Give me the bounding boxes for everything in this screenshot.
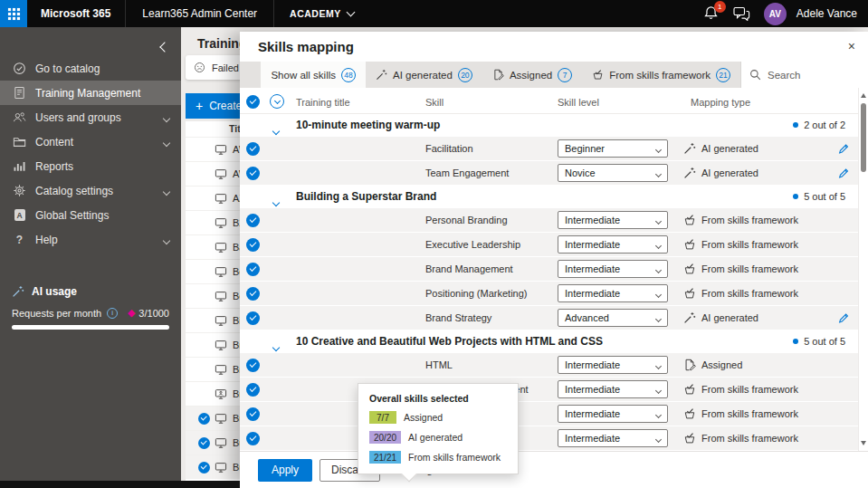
wand-icon xyxy=(376,69,387,81)
sidebar-item-reports[interactable]: Reports xyxy=(0,154,181,178)
row-checkbox-checked[interactable] xyxy=(246,407,260,421)
tab-from-skills-framework[interactable]: From skills framework 21 xyxy=(582,62,740,88)
filter-tab-bar: Show all skills 48 AI generated 20 Assig… xyxy=(240,62,868,88)
skill-level-value: Intermediate xyxy=(565,215,620,225)
brand-link[interactable]: Microsoft 365 xyxy=(41,7,110,20)
scrollbar[interactable] xyxy=(858,88,868,451)
row-checkbox-checked[interactable] xyxy=(246,167,260,180)
skill-level-dropdown[interactable]: Beginner xyxy=(558,139,668,158)
skill-level-dropdown[interactable]: Intermediate xyxy=(558,235,668,254)
row-checkbox-checked[interactable] xyxy=(198,437,210,449)
ai-usage-progress-bar xyxy=(12,325,169,330)
sidebar-item-help[interactable]: ? Help xyxy=(0,227,181,252)
monitor-icon xyxy=(215,167,227,180)
skill-level-dropdown[interactable]: Intermediate xyxy=(558,380,668,398)
tab-label: AI generated xyxy=(393,70,453,81)
monitor-icon xyxy=(215,265,227,278)
mapping-type: From skills framework xyxy=(683,233,798,256)
edit-skill-button[interactable] xyxy=(837,167,850,183)
tab-assigned[interactable]: Assigned 7 xyxy=(482,62,582,88)
collapse-group-icon[interactable] xyxy=(273,121,279,138)
chevron-down-icon[interactable] xyxy=(346,7,355,16)
admin-center-link[interactable]: Learn365 Admin Center xyxy=(142,7,257,20)
row-checkbox-checked[interactable] xyxy=(246,383,260,397)
mapping-type: From skills framework xyxy=(683,402,798,426)
chevron-down-icon xyxy=(656,384,661,395)
skill-row: Executive Leadership Intermediate From s… xyxy=(240,233,858,257)
skill-level-dropdown[interactable]: Intermediate xyxy=(558,211,668,229)
app-launcher-button[interactable] xyxy=(0,0,27,27)
skill-level-dropdown[interactable]: Advanced xyxy=(558,309,668,327)
collapse-all-icon[interactable] xyxy=(270,94,284,109)
edit-skill-button[interactable] xyxy=(837,142,850,158)
column-header-skill-level: Skill level xyxy=(558,97,599,108)
skill-level-dropdown[interactable]: Intermediate xyxy=(558,356,668,374)
skill-row: pment Intermediate From skills framework xyxy=(240,378,858,402)
skill-name: Executive Leadership xyxy=(425,239,520,250)
info-icon[interactable]: i xyxy=(107,308,118,319)
mapping-label: From skills framework xyxy=(701,433,798,444)
select-all-checkbox-checked[interactable] xyxy=(246,95,260,109)
sidebar-item-catalog-settings[interactable]: Catalog settings xyxy=(0,178,181,203)
sad-face-icon xyxy=(194,62,205,73)
skill-name: Facilitation xyxy=(425,143,473,154)
skill-level-dropdown[interactable]: Intermediate xyxy=(558,405,668,423)
chevron-down-icon xyxy=(656,263,661,274)
search-box xyxy=(740,62,868,88)
sidebar-item-training-management[interactable]: Training Management xyxy=(0,81,181,105)
skill-level-value: Intermediate xyxy=(565,239,620,250)
top-app-bar: Microsoft 365 Learn365 Admin Center ACAD… xyxy=(0,0,868,27)
sidebar-item-label: Content xyxy=(35,136,73,148)
close-icon[interactable]: × xyxy=(848,38,855,54)
chevron-down-icon xyxy=(656,167,661,178)
mapping-label: From skills framework xyxy=(701,263,798,274)
row-checkbox-checked[interactable] xyxy=(198,462,210,474)
sidebar-item-go-to-catalog[interactable]: Go to catalog xyxy=(0,56,181,81)
collapse-sidebar-button[interactable] xyxy=(161,38,168,54)
divider xyxy=(125,0,126,27)
monitor-icon xyxy=(215,241,227,254)
collapse-group-icon[interactable] xyxy=(273,338,279,354)
skill-level-dropdown[interactable]: Intermediate xyxy=(558,284,668,302)
row-checkbox-checked[interactable] xyxy=(246,359,260,372)
tab-show-all-skills[interactable]: Show all skills 48 xyxy=(261,62,366,88)
row-checkbox-checked[interactable] xyxy=(246,238,260,252)
skill-level-dropdown[interactable]: Intermediate xyxy=(558,260,668,278)
row-checkbox-checked[interactable] xyxy=(246,287,260,301)
sidebar-item-global-settings[interactable]: A Global Settings xyxy=(0,203,181,227)
collapse-group-icon[interactable] xyxy=(273,193,279,209)
skill-level-dropdown[interactable]: Novice xyxy=(558,164,668,182)
scroll-up-arrow[interactable] xyxy=(861,93,866,98)
row-checkbox-checked[interactable] xyxy=(246,311,260,325)
app-settings-icon: A xyxy=(12,209,27,221)
feedback-button[interactable] xyxy=(733,6,750,22)
assigned-count-badge: 7/7 xyxy=(369,411,396,424)
skill-level-value: Intermediate xyxy=(565,433,620,444)
edit-skill-button[interactable] xyxy=(837,311,850,328)
skill-name: Personal Branding xyxy=(425,215,508,225)
scrollbar-thumb[interactable] xyxy=(861,103,866,172)
row-checkbox-checked[interactable] xyxy=(246,263,260,276)
mapping-label: From skills framework xyxy=(701,408,798,419)
framework-box-icon xyxy=(683,407,696,420)
row-checkbox-checked[interactable] xyxy=(246,214,260,227)
avatar[interactable]: AV xyxy=(764,3,787,25)
scroll-down-arrow[interactable] xyxy=(861,441,866,445)
ai-generated-count-badge: 20/20 xyxy=(369,431,401,444)
notifications-button[interactable]: 1 xyxy=(703,5,720,22)
wand-icon xyxy=(683,311,696,324)
training-title: Building a Superstar Brand xyxy=(296,190,436,203)
tenant-menu[interactable]: ACADEMY xyxy=(290,8,341,19)
row-checkbox-checked[interactable] xyxy=(246,432,260,445)
row-checkbox-checked[interactable] xyxy=(246,142,260,156)
ai-usage-title: AI usage xyxy=(32,285,77,298)
sidebar-item-label: Global Settings xyxy=(35,209,109,222)
skill-level-dropdown[interactable]: Intermediate xyxy=(558,429,668,447)
sidebar-item-users-and-groups[interactable]: Users and groups xyxy=(0,105,181,129)
overall-skills-tooltip: Overall skills selected 7/7 Assigned 20/… xyxy=(358,383,519,474)
apply-button[interactable]: Apply xyxy=(258,459,312,482)
tab-ai-generated[interactable]: AI generated 20 xyxy=(366,62,482,88)
row-checkbox-checked[interactable] xyxy=(198,413,210,425)
folder-icon xyxy=(12,135,27,148)
sidebar-item-content[interactable]: Content xyxy=(0,129,181,154)
